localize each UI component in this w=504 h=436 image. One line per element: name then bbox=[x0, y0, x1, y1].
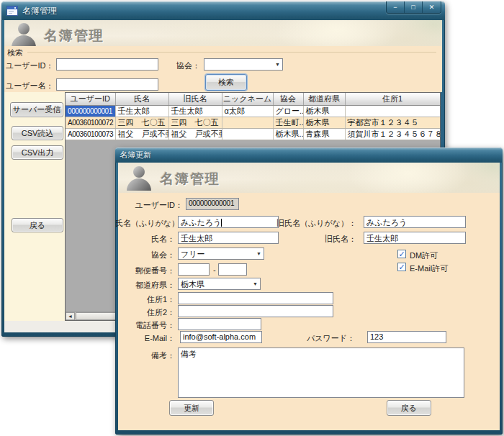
search-user-id-label: ユーザーID： bbox=[6, 60, 53, 71]
cell[interactable]: 宇都宮市１２３４５ bbox=[345, 117, 440, 128]
roster-table: ユーザーID 氏名 旧氏名 ニックネーム 協会 都道府県 住所1 0000000… bbox=[66, 93, 441, 140]
table-row[interactable]: A00360100072 三四 七〇五 三四 七〇五 壬生町... 栃木県 宇都… bbox=[66, 117, 440, 128]
server-receive-button[interactable]: サーバー受信 bbox=[10, 102, 63, 117]
addr1-input[interactable] bbox=[178, 292, 333, 304]
kana-label: 氏名（ふりがな）： bbox=[115, 218, 175, 229]
cell-user-id[interactable]: A00360100072 bbox=[66, 117, 115, 128]
cell[interactable]: 壬生太郎 bbox=[115, 105, 168, 117]
email-input[interactable]: info@soft-alpha.com bbox=[180, 331, 262, 343]
csv-output-button[interactable]: CSV出力 bbox=[12, 145, 63, 160]
table-row[interactable]: 000000000001 壬生太郎 壬生太郎 α太郎 グロー... 栃木県 bbox=[66, 105, 440, 117]
col-pref[interactable]: 都道府県 bbox=[303, 93, 345, 105]
update-page-title: 名簿管理 bbox=[160, 170, 220, 189]
check-icon: ✓ bbox=[398, 250, 405, 258]
cell[interactable] bbox=[222, 117, 273, 128]
update-banner: 名簿管理 bbox=[118, 163, 500, 193]
csv-load-button[interactable]: CSV読込 bbox=[12, 126, 63, 140]
cell[interactable]: グロー... bbox=[273, 105, 303, 117]
cell[interactable]: 三四 七〇五 bbox=[168, 117, 222, 128]
search-button[interactable]: 検索 bbox=[205, 74, 247, 91]
col-old-name[interactable]: 旧氏名 bbox=[168, 93, 222, 105]
table-row[interactable]: A00360100073 祖父 戸或不亜 祖父 戸或不亜 栃木県... 青森県 … bbox=[66, 128, 440, 140]
email-permit-label: E-Mail許可 bbox=[410, 263, 448, 274]
app-form-icon bbox=[6, 6, 18, 16]
search-assoc-select[interactable]: ▼ bbox=[204, 58, 283, 71]
scroll-left-button[interactable]: ◄ bbox=[66, 312, 75, 320]
old-name-input[interactable]: 壬生太郎 bbox=[364, 232, 466, 244]
check-icon: ✓ bbox=[398, 263, 405, 271]
zip-label: 郵便番号： bbox=[115, 265, 175, 276]
password-input[interactable]: 123 bbox=[367, 331, 446, 343]
text-caret bbox=[221, 219, 222, 227]
memo-label: 備考： bbox=[115, 350, 175, 361]
col-addr1[interactable]: 住所1 bbox=[345, 93, 440, 105]
cell-user-id-selected[interactable]: 000000000001 bbox=[66, 105, 115, 117]
col-nickname[interactable]: ニックネーム bbox=[222, 93, 273, 105]
email-permit-checkbox[interactable]: ✓ bbox=[397, 263, 406, 271]
cell[interactable]: 壬生太郎 bbox=[168, 105, 222, 117]
pref-label: 都道府県： bbox=[115, 280, 175, 291]
name-label: 氏名： bbox=[115, 234, 175, 245]
maximize-button[interactable]: □ bbox=[405, 1, 423, 13]
cell[interactable]: 須賀川市１２３４５６７８ bbox=[345, 128, 440, 140]
assoc-label: 協会： bbox=[115, 250, 175, 260]
addr1-label: 住所1： bbox=[115, 294, 175, 305]
search-group-label: 検索 bbox=[7, 47, 23, 58]
grid-header-row: ユーザーID 氏名 旧氏名 ニックネーム 協会 都道府県 住所1 bbox=[66, 93, 440, 105]
update-titlebar[interactable]: 名簿更新 bbox=[115, 147, 503, 163]
zip2-input[interactable] bbox=[218, 263, 247, 276]
cell[interactable]: 祖父 戸或不亜 bbox=[115, 128, 168, 140]
main-window-title: 名簿管理 bbox=[22, 5, 57, 17]
close-button[interactable]: ✕ bbox=[423, 1, 441, 13]
addr2-label: 住所2： bbox=[115, 307, 175, 318]
zip1-input[interactable] bbox=[178, 263, 210, 276]
search-assoc-label: 協会： bbox=[166, 60, 200, 71]
col-user-id[interactable]: ユーザーID bbox=[66, 93, 115, 105]
chevron-down-icon: ▼ bbox=[275, 62, 280, 67]
update-user-id-label: ユーザーID： bbox=[130, 200, 183, 211]
kana-input[interactable]: みふたろう bbox=[178, 216, 279, 228]
cell[interactable]: 栃木県 bbox=[303, 117, 345, 128]
col-name[interactable]: 氏名 bbox=[115, 93, 168, 105]
cell[interactable]: 壬生町... bbox=[273, 117, 303, 128]
dm-permit-label: DM許可 bbox=[410, 250, 438, 261]
person-icon bbox=[127, 166, 151, 191]
cell-user-id[interactable]: A00360100073 bbox=[66, 128, 115, 140]
cell[interactable]: 栃木県... bbox=[273, 128, 303, 140]
update-window: 名簿更新 名簿管理 ユーザーID： 000000000001 氏名（ふりがな）：… bbox=[115, 147, 503, 435]
main-banner: 名簿管理 bbox=[4, 20, 442, 49]
cell[interactable]: 青森県 bbox=[303, 128, 345, 140]
cell[interactable] bbox=[345, 105, 440, 117]
old-kana-label: 旧氏名（ふりがな）： bbox=[270, 218, 356, 229]
pref-value: 栃木県 bbox=[181, 280, 204, 289]
search-user-name-input[interactable] bbox=[56, 78, 158, 91]
tel-input[interactable] bbox=[178, 318, 261, 330]
cell[interactable] bbox=[222, 128, 273, 140]
cell[interactable]: 栃木県 bbox=[303, 105, 345, 117]
addr2-input[interactable] bbox=[178, 305, 333, 317]
email-label: E-Mail： bbox=[115, 333, 175, 344]
cell[interactable]: α太郎 bbox=[222, 105, 273, 117]
assoc-select[interactable]: フリー ▼ bbox=[178, 247, 264, 260]
update-button[interactable]: 更新 bbox=[169, 400, 214, 416]
main-titlebar[interactable]: 名簿管理 − □ ✕ bbox=[1, 1, 445, 20]
cell[interactable]: 三四 七〇五 bbox=[115, 117, 168, 128]
window-controls: − □ ✕ bbox=[386, 1, 441, 14]
assoc-value: フリー bbox=[181, 250, 205, 258]
person-icon bbox=[12, 23, 36, 47]
password-label: パスワード： bbox=[283, 333, 355, 344]
back-button-main[interactable]: 戻る bbox=[12, 218, 63, 232]
col-assoc[interactable]: 協会 bbox=[273, 93, 303, 105]
update-window-title: 名簿更新 bbox=[120, 150, 151, 160]
back-button-update[interactable]: 戻る bbox=[387, 400, 431, 416]
minimize-button[interactable]: − bbox=[387, 1, 405, 13]
memo-textarea[interactable]: 備考 bbox=[178, 348, 464, 398]
name-input[interactable]: 壬生太郎 bbox=[178, 232, 279, 244]
cell[interactable]: 祖父 戸或不亜 bbox=[168, 128, 222, 140]
old-name-label: 旧氏名： bbox=[270, 234, 356, 245]
pref-select[interactable]: 栃木県 ▼ bbox=[178, 278, 261, 290]
dm-permit-checkbox[interactable]: ✓ bbox=[397, 250, 406, 258]
search-user-id-input[interactable] bbox=[56, 58, 158, 71]
search-user-name-label: ユーザー名： bbox=[6, 81, 53, 91]
old-kana-input[interactable]: みふたろう bbox=[364, 216, 466, 228]
